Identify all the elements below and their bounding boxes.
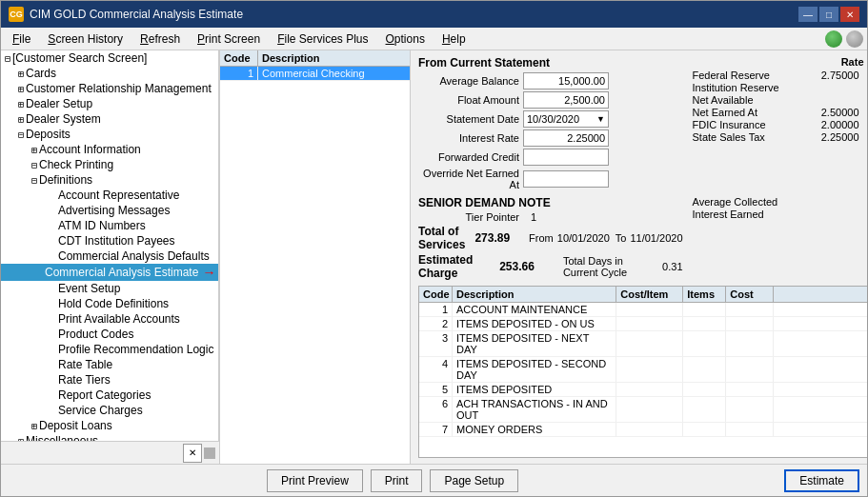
tree-item[interactable]: ⊞Miscellaneous [1, 433, 218, 441]
tree-item[interactable]: ⊞Dealer System [1, 111, 218, 127]
menu-file-services[interactable]: File Services Plus [270, 30, 375, 48]
tree-item[interactable]: Report Categories [1, 388, 218, 403]
bt-cell-desc: ITEMS DEPOSITED - SECOND DAY [453, 357, 616, 382]
scroll-right[interactable] [204, 447, 215, 459]
tree-item[interactable]: Rate Table [1, 357, 218, 372]
code-table-panel: Code Description 1 Commercial Checking [220, 50, 411, 464]
tree-item[interactable]: ⊞Customer Relationship Management [1, 81, 218, 96]
avg-balance-input[interactable] [523, 72, 609, 89]
print-button[interactable]: Print [371, 469, 423, 492]
services-table-row[interactable]: 1 ACCOUNT MAINTENANCE [419, 303, 867, 317]
tree-item-label: ATM ID Numbers [58, 219, 146, 232]
tree-item[interactable]: ⊟Check Printing [1, 157, 218, 172]
bt-cell-items [683, 397, 726, 422]
state-tax-amount: -5.58 [859, 131, 867, 143]
tree-item-label: Rate Tiers [58, 373, 111, 387]
page-setup-button[interactable]: Page Setup [430, 469, 518, 492]
bt-cell-desc: ACH TRANSACTIONS - IN AND OUT [453, 397, 616, 422]
tree-item[interactable]: ⊟[Customer Search Screen] [1, 50, 218, 66]
expand-icon: ⊟ [31, 160, 37, 170]
close-button[interactable]: ✕ [840, 7, 859, 22]
from-statement-title: From Current Statement [418, 56, 683, 70]
bt-cell-extra [774, 383, 867, 396]
bt-cell-cost [616, 397, 683, 422]
forwarded-credit-row: Forwarded Credit [418, 149, 683, 166]
tree-item-label: Account Representative [58, 189, 179, 202]
tree-item[interactable]: Print Available Accounts [1, 311, 218, 327]
tree-item[interactable]: Rate Tiers [1, 372, 218, 388]
menu-options[interactable]: Options [378, 30, 433, 48]
statement-date-input[interactable]: 10/30/2020 ▼ [523, 110, 609, 128]
clear-button[interactable]: ✕ [183, 444, 202, 463]
bt-cell-code: 4 [419, 357, 453, 382]
bt-cell-total [726, 317, 774, 330]
tree-item[interactable]: ⊞Account Information [1, 142, 218, 157]
federal-reserve-row: Federal Reserve 2.75000 343.75 [683, 70, 867, 81]
menu-screen-history[interactable]: Screen History [40, 30, 131, 48]
tree-item[interactable]: Profile Recommendation Logic [1, 342, 218, 357]
menu-refresh[interactable]: Refresh [132, 30, 188, 48]
bt-code-header: Code [419, 287, 453, 302]
tree-item[interactable]: ATM ID Numbers [1, 218, 218, 233]
total-days-label: Total Days in Current Cycle [563, 255, 656, 278]
tree-item-label: Event Setup [58, 282, 120, 295]
bt-cell-total [726, 397, 774, 422]
tree-item[interactable]: Event Setup [1, 281, 218, 296]
services-table-row[interactable]: 6 ACH TRANSACTIONS - IN AND OUT [419, 397, 867, 423]
code-table-row[interactable]: 1 Commercial Checking [220, 67, 410, 81]
menu-file[interactable]: File [5, 30, 38, 48]
net-available-row: Net Available 12,156.25 [683, 94, 867, 106]
tree-item[interactable]: ⊞Deposit Loans [1, 418, 218, 433]
bt-cell-total [726, 303, 774, 316]
statement-date-row: Statement Date 10/30/2020 ▼ [418, 110, 683, 128]
interest-rate-input[interactable] [523, 129, 609, 147]
tree-item[interactable]: ⊟Definitions [1, 172, 218, 188]
interest-rate-label: Interest Rate [418, 132, 523, 144]
menu-help[interactable]: Help [434, 30, 474, 48]
tree-item[interactable]: ⊞Dealer Setup [1, 96, 218, 111]
dropdown-icon: ▼ [596, 114, 605, 124]
tree-item[interactable]: Service Charges [1, 403, 218, 418]
services-table-row[interactable]: 7 MONEY ORDERS [419, 423, 867, 437]
services-table-row[interactable]: 5 ITEMS DEPOSITED [419, 383, 867, 397]
code-table-header: Code Description [220, 50, 410, 67]
tree-item[interactable]: Commercial Analysis Estimate→ [1, 264, 218, 281]
tree-item[interactable]: Product Codes [1, 327, 218, 342]
tree-item[interactable]: Commercial Analysis Defaults [1, 248, 218, 264]
services-rows: 1 ACCOUNT MAINTENANCE 2 ITEMS DEPOSITED … [419, 303, 867, 437]
senior-section: SENIOR DEMAND NOTE Tier Pointer 1 Total … [418, 196, 867, 282]
tree-item[interactable]: Hold Code Definitions [1, 296, 218, 311]
minimize-button[interactable]: — [798, 7, 818, 22]
senior-note-title: SENIOR DEMAND NOTE [418, 196, 683, 209]
tree-container[interactable]: ⊟[Customer Search Screen]⊞Cards⊞Customer… [1, 50, 219, 441]
federal-reserve-label: Federal Reserve [683, 70, 797, 81]
menu-print-screen[interactable]: Print Screen [190, 30, 268, 48]
bt-cell-desc: MONEY ORDERS [453, 423, 616, 436]
tree-item[interactable]: Advertising Messages [1, 203, 218, 218]
nav-forward-icon[interactable] [825, 30, 842, 48]
bt-cell-items [683, 331, 726, 356]
print-preview-button[interactable]: Print Preview [267, 469, 363, 492]
bt-cell-cost [616, 383, 683, 396]
tree-item[interactable]: ⊟Deposits [1, 127, 218, 142]
forwarded-credit-input[interactable] [523, 149, 609, 166]
tree-item-label: Service Charges [58, 404, 143, 417]
interest-earned-label: Interest Earned [683, 209, 797, 220]
tree-item[interactable]: CDT Institution Payees [1, 233, 218, 248]
bt-cost-header: Cost/Item [616, 287, 683, 302]
net-available-amount: 12,156.25 [859, 94, 867, 106]
services-table-row[interactable]: 2 ITEMS DEPOSITED - ON US [419, 317, 867, 331]
services-table-row[interactable]: 4 ITEMS DEPOSITED - SECOND DAY [419, 357, 867, 383]
override-net-input[interactable] [523, 170, 609, 188]
bt-cell-cost [616, 303, 683, 316]
estimate-button[interactable]: Estimate [784, 469, 859, 492]
tree-item[interactable]: Account Representative [1, 188, 218, 203]
tree-item-label: Profile Recommendation Logic [58, 343, 213, 356]
bt-cell-total [726, 383, 774, 396]
float-amount-input[interactable] [523, 91, 609, 109]
services-table-row[interactable]: 3 ITEMS DEPOSITED - NEXT DAY [419, 331, 867, 357]
tree-item-label: Dealer Setup [26, 97, 92, 110]
tree-item[interactable]: ⊞Cards [1, 66, 218, 81]
maximize-button[interactable]: □ [819, 7, 838, 22]
bt-cell-code: 7 [419, 423, 453, 436]
